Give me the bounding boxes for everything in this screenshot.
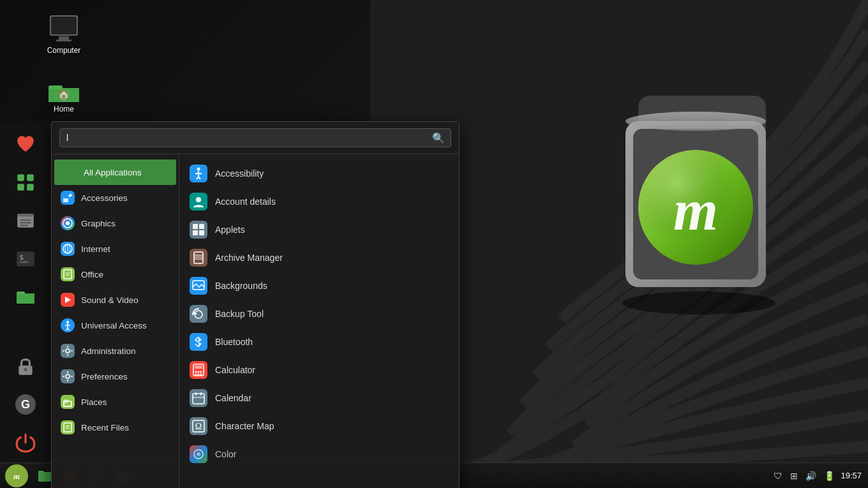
category-graphics-label: Graphics xyxy=(81,219,116,228)
category-office[interactable]: Office xyxy=(52,262,179,287)
search-icon[interactable]: 🔍 xyxy=(432,132,445,144)
taskbar-battery-icon[interactable]: 🔋 xyxy=(822,471,837,481)
app-item-account-details[interactable]: Account details xyxy=(179,188,459,216)
character-map-app-label: Character Map xyxy=(215,421,274,431)
category-all-applications[interactable]: All Applications xyxy=(54,159,176,185)
monitor-icon xyxy=(47,13,80,46)
sidebar-item-power[interactable] xyxy=(8,425,43,461)
svg-rect-92 xyxy=(38,472,51,482)
svg-text:m: m xyxy=(13,471,20,480)
app-item-bluetooth[interactable]: Bluetooth xyxy=(179,328,459,356)
category-places[interactable]: Places xyxy=(52,389,179,415)
backup-tool-app-icon xyxy=(190,305,207,323)
sidebar-item-apps-grid[interactable] xyxy=(8,165,43,200)
svg-rect-34 xyxy=(63,198,68,202)
svg-rect-62 xyxy=(193,224,198,229)
taskbar-shield-icon[interactable]: 🛡 xyxy=(772,471,784,481)
office-icon xyxy=(61,267,75,281)
svg-point-9 xyxy=(622,292,775,314)
svg-rect-19 xyxy=(17,184,24,191)
svg-point-8 xyxy=(625,112,766,131)
home-desktop-icon[interactable]: 🏠 Home xyxy=(38,77,89,126)
category-recent-files[interactable]: Recent Files xyxy=(52,415,179,440)
svg-point-75 xyxy=(198,371,200,373)
app-item-accessibility[interactable]: Accessibility xyxy=(179,159,459,188)
heart-icon xyxy=(15,134,36,154)
sidebar-item-terminal[interactable]: $_ xyxy=(8,241,43,277)
backgrounds-app-label: Backgrounds xyxy=(215,281,267,291)
category-internet[interactable]: Internet xyxy=(52,236,179,262)
app-item-calendar[interactable]: Calendar xyxy=(179,384,459,412)
category-administration[interactable]: Administration xyxy=(52,338,179,364)
taskbar-files-icon xyxy=(37,468,52,484)
list-fade xyxy=(179,468,459,487)
app-item-backgrounds[interactable]: Backgrounds xyxy=(179,272,459,300)
svg-rect-11 xyxy=(51,17,77,34)
svg-line-60 xyxy=(198,177,200,179)
category-all-label: All Applications xyxy=(84,168,142,177)
category-office-label: Office xyxy=(81,270,103,279)
accessibility-app-icon xyxy=(190,165,207,182)
start-button[interactable]: m xyxy=(5,464,28,487)
archive-manager-app-icon xyxy=(190,249,207,267)
svg-rect-18 xyxy=(27,174,34,181)
calculator-app-label: Calculator xyxy=(215,365,255,375)
category-internet-label: Internet xyxy=(81,244,110,254)
sidebar-item-files[interactable] xyxy=(8,203,43,239)
app-item-backup-tool[interactable]: Backup Tool xyxy=(179,300,459,328)
svg-point-74 xyxy=(195,371,197,373)
svg-text:Ω: Ω xyxy=(195,422,202,431)
taskbar-time: 19:57 xyxy=(841,471,862,480)
computer-icon-label: Computer xyxy=(47,46,81,55)
sound-video-icon xyxy=(61,293,75,307)
category-preferences[interactable]: Preferences xyxy=(52,364,179,389)
app-item-color[interactable]: Color xyxy=(179,440,459,468)
app-item-archive-manager[interactable]: Archive Manager xyxy=(179,244,459,272)
character-map-app-icon: Ω xyxy=(190,417,207,435)
backgrounds-app-icon xyxy=(190,277,207,295)
app-menu: 🔍 All Applications Accessories xyxy=(51,121,460,488)
preferences-icon xyxy=(61,369,75,383)
search-input[interactable] xyxy=(59,128,451,147)
internet-icon xyxy=(61,242,75,256)
app-item-calculator[interactable]: Calculator xyxy=(179,356,459,384)
svg-line-48 xyxy=(68,329,70,330)
color-app-icon xyxy=(190,445,207,463)
computer-desktop-icon[interactable]: Computer xyxy=(38,13,89,68)
svg-point-77 xyxy=(195,374,197,376)
category-sound-video-label: Sound & Video xyxy=(81,295,138,305)
app-item-applets[interactable]: Applets xyxy=(179,216,459,244)
svg-point-76 xyxy=(200,371,202,373)
svg-point-56 xyxy=(197,168,200,171)
svg-rect-12 xyxy=(59,36,69,40)
categories-panel: All Applications Accessories Graphics xyxy=(52,154,179,488)
all-apps-icon xyxy=(63,165,77,179)
sidebar-item-folder[interactable] xyxy=(8,279,43,315)
svg-point-36 xyxy=(66,221,70,225)
grub-icon: G xyxy=(15,394,36,415)
recent-files-icon xyxy=(61,420,75,434)
svg-point-78 xyxy=(198,374,200,376)
sidebar-item-favorites[interactable] xyxy=(8,126,43,162)
category-administration-label: Administration xyxy=(81,346,136,356)
svg-point-61 xyxy=(196,197,201,202)
taskbar-volume-icon[interactable]: 🔊 xyxy=(804,471,818,481)
applets-app-icon xyxy=(190,221,207,239)
category-sound-video[interactable]: Sound & Video xyxy=(52,287,179,313)
svg-rect-63 xyxy=(199,224,204,229)
app-item-character-map[interactable]: Ω Character Map xyxy=(179,412,459,440)
sidebar-item-grub[interactable]: G xyxy=(8,387,43,422)
svg-point-79 xyxy=(200,374,202,376)
category-graphics[interactable]: Graphics xyxy=(52,211,179,236)
svg-rect-30 xyxy=(17,293,34,304)
svg-rect-66 xyxy=(194,252,203,263)
files-icon xyxy=(15,211,36,231)
sidebar-item-lock[interactable] xyxy=(8,348,43,384)
bluetooth-app-label: Bluetooth xyxy=(215,337,253,347)
graphics-icon xyxy=(61,216,75,230)
places-icon xyxy=(61,395,75,409)
category-accessories[interactable]: Accessories xyxy=(52,185,179,211)
backup-tool-app-label: Backup Tool xyxy=(215,309,264,319)
taskbar-network-icon[interactable]: ⊞ xyxy=(788,471,800,481)
category-universal-access[interactable]: Universal Access xyxy=(52,313,179,338)
